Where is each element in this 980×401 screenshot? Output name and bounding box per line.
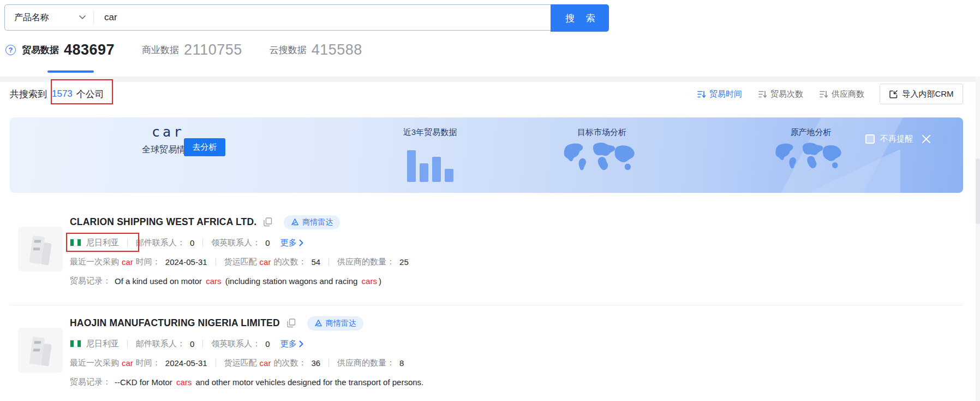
tab-trade-data[interactable]: 贸易数据 483697 [22,42,115,58]
keyword-highlight: car [122,257,133,267]
keyword-highlight: cars [362,276,377,286]
search-category-dropdown[interactable]: 产品名称 [5,5,93,30]
more-link[interactable]: 更多 [280,339,304,349]
banner-panel-title: 近3年贸易数据 [389,127,471,138]
banner-dismiss-group: 不再提醒 [865,134,931,144]
business-radar-badge[interactable]: 商情雷达 [284,215,340,229]
linkedin-contacts-label: 领英联系人： [211,339,260,349]
company-avatar[interactable] [18,328,63,373]
tab-label: 云搜数据 [270,44,307,56]
close-icon[interactable] [922,134,931,144]
banner-panel-trade-3y: 近3年贸易数据 [389,127,471,182]
sort-supplier-count[interactable]: 供应商数 [820,89,864,99]
sort-label: 贸易次数 [770,89,803,99]
linkedin-contacts-value: 0 [265,339,270,349]
badge-label: 商情雷达 [326,319,356,328]
keyword-highlight: cars [176,378,192,387]
search-input[interactable] [94,5,608,30]
dont-remind-checkbox[interactable] [865,134,875,144]
page-background-strip [0,76,980,82]
company-name[interactable]: CLARION SHIPPING WEST AFRICA LTD. [70,216,256,228]
company-avatar[interactable] [18,227,63,272]
sort-icon [820,90,828,98]
last-purchase-label: 最近一次采购 [70,257,119,267]
tab-cloud-search-data[interactable]: 云搜数据 415588 [270,42,362,58]
bar-chart-icon [389,143,471,182]
trade-record-text: Of a kind used on motor cars (including … [115,276,381,286]
divider [328,258,329,266]
more-link[interactable]: 更多 [280,238,304,248]
dont-remind-label: 不再提醒 [880,134,913,144]
trade-record-label: 贸易记录： [70,377,111,387]
more-label: 更多 [280,238,297,248]
badge-label: 商情雷达 [302,217,333,227]
last-purchase-date: 2024-05-31 [165,358,207,368]
company-name[interactable]: HAOJIN MANUFACTURING NIGERIA LIMITED [70,317,280,329]
chevron-down-icon [79,15,86,20]
search-button[interactable]: 搜 索 [551,4,609,32]
email-contacts-label: 邮件联系人： [136,238,185,248]
divider [202,239,203,246]
world-map-icon [550,141,654,181]
sort-icon [697,90,706,98]
building-icon [26,334,55,366]
linkedin-contacts-label: 领英联系人： [211,238,260,248]
results-prefix: 共搜索到 [10,88,47,101]
trade-record-label: 贸易记录： [70,276,111,286]
company-card: CLARION SHIPPING WEST AFRICA LTD. 商情雷达 尼… [18,213,963,287]
company-country: 尼日利亚 [86,339,119,349]
more-label: 更多 [280,339,297,349]
supplier-count-value: 8 [399,358,404,368]
email-contacts-label: 邮件联系人： [136,339,185,349]
divider [216,359,216,367]
divider [127,340,128,347]
tab-count: 483697 [64,42,115,58]
freight-match-count: 54 [311,257,320,267]
banner-panel-origin: 原产地分析 [762,127,860,179]
supplier-count-label: 供应商的数量： [337,257,395,267]
analysis-promo-banner: car 全球贸易情况 去分析 近3年贸易数据 目标市场分析 [10,117,963,193]
business-radar-badge[interactable]: 商情雷达 [307,316,363,331]
freight-match-label2: 的次数： [273,358,306,368]
tab-business-data[interactable]: 商业数据 2110755 [142,42,242,58]
data-tabs: ? 贸易数据 483697 商业数据 2110755 云搜数据 415588 [5,42,390,58]
keyword-highlight: car [260,358,271,368]
keyword-highlight: car [122,358,133,368]
annotation-box-country [66,233,139,252]
world-map-icon [762,141,860,179]
company-divider [10,305,963,305]
freight-match-count: 36 [311,358,320,368]
tab-label: 贸易数据 [22,44,59,56]
last-purchase-label2: 时间： [136,257,160,267]
import-crm-label: 导入内部CRM [902,89,953,99]
radar-icon [291,218,299,226]
freight-match-label: 货运匹配 [224,358,257,368]
company-card: HAOJIN MANUFACTURING NIGERIA LIMITED 商情雷… [18,314,963,388]
email-contacts-value: 0 [190,339,194,349]
copy-icon[interactable] [287,319,296,328]
copy-icon[interactable] [264,217,272,227]
keyword-highlight: car [260,257,271,267]
scrollbar-thumb[interactable] [976,158,980,224]
building-icon [26,233,55,265]
import-crm-button[interactable]: 导入内部CRM [880,84,963,104]
sort-icon [758,90,767,98]
active-tab-indicator [47,70,94,73]
tab-label: 商业数据 [142,44,179,56]
divider [202,340,203,347]
divider [328,359,329,367]
keyword-highlight: cars [206,276,221,286]
sort-trade-count[interactable]: 贸易次数 [758,89,803,99]
email-contacts-value: 0 [190,238,194,247]
trade-record-text: --CKD for Motor cars and other motor veh… [115,378,427,387]
last-purchase-label2: 时间： [136,358,160,368]
analyze-button[interactable]: 去分析 [184,138,225,156]
tab-count: 2110755 [184,42,242,58]
search-bar: 产品名称 搜 索 [4,4,609,31]
divider [216,258,216,266]
import-icon [889,90,898,99]
banner-panel-title: 原产地分析 [762,127,860,138]
help-icon[interactable]: ? [5,45,16,55]
sort-trade-time[interactable]: 贸易时间 [697,89,742,99]
scrollbar[interactable] [976,76,980,401]
